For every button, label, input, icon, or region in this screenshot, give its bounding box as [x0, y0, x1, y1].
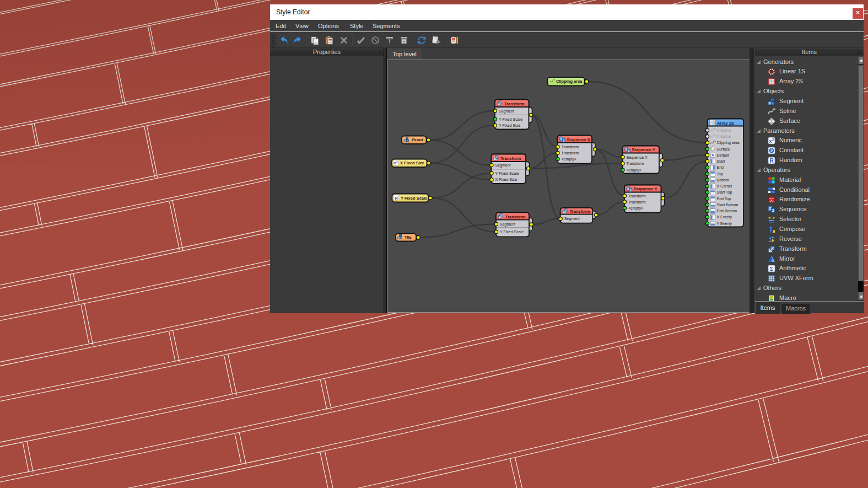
svg-text:2: 2 — [770, 148, 773, 153]
svg-text:Sequence Y: Sequence Y — [632, 147, 655, 152]
svg-text:Transform: Transform — [562, 151, 579, 155]
svg-text:Clipping area: Clipping area — [717, 141, 740, 145]
svg-text:Y Fixed Scale: Y Fixed Scale — [401, 196, 427, 201]
svg-text:X Fixed Size: X Fixed Size — [495, 178, 517, 181]
svg-text:Transform: Transform — [570, 209, 590, 214]
svg-text:Sequence X: Sequence X — [627, 155, 648, 160]
svg-text:R: R — [395, 196, 398, 201]
svg-text:Σ: Σ — [769, 266, 773, 272]
svg-text:End: End — [717, 165, 724, 169]
svg-text:2: 2 — [772, 208, 774, 212]
svg-text:2: 2 — [563, 139, 564, 142]
svg-text:R: R — [769, 158, 774, 164]
svg-text:1: 1 — [626, 148, 627, 151]
svg-text:Segment: Segment — [495, 163, 511, 168]
svg-text:Y Evenly: Y Evenly — [717, 222, 732, 226]
svg-text:Start Top: Start Top — [717, 190, 732, 195]
svg-text:Transform: Transform — [562, 145, 579, 149]
svg-text:<empty>: <empty> — [628, 206, 643, 211]
svg-text:Start: Start — [717, 159, 725, 163]
svg-text:X Corner: X Corner — [717, 184, 733, 188]
svg-text:Transform: Transform — [627, 162, 644, 165]
svg-text:Y Fixed Scale: Y Fixed Scale — [495, 171, 519, 175]
svg-text:End Bottom: End Bottom — [717, 209, 737, 213]
svg-text:Transform: Transform — [628, 200, 646, 204]
svg-text:Transform: Transform — [628, 194, 646, 198]
svg-text:1: 1 — [560, 137, 562, 141]
svg-text:<empty>: <empty> — [627, 168, 641, 173]
svg-text:Grout: Grout — [412, 137, 423, 142]
svg-text:<empty>: <empty> — [562, 157, 576, 162]
svg-text:Array 2S: Array 2S — [717, 121, 734, 126]
svg-text:Default: Default — [717, 153, 729, 157]
svg-text:X Fixed Size: X Fixed Size — [400, 160, 424, 165]
svg-text:X Evenly: X Evenly — [717, 215, 732, 219]
svg-text:Sequence Y: Sequence Y — [634, 186, 657, 191]
svg-text:1: 1 — [627, 187, 629, 190]
svg-text:Tile: Tile — [405, 235, 412, 240]
svg-text:x: x — [769, 138, 772, 144]
svg-text:Y Spline: Y Spline — [717, 135, 731, 139]
svg-text:X Spline: X Spline — [717, 128, 731, 133]
svg-text:Sequence X: Sequence X — [567, 137, 591, 142]
svg-text:Y Fixed Scale: Y Fixed Scale — [500, 230, 524, 234]
svg-text:Segment: Segment — [500, 222, 515, 227]
svg-text:Transform: Transform — [501, 156, 521, 161]
svg-text:Segment: Segment — [564, 217, 580, 221]
svg-text:Y Fixed Size: Y Fixed Size — [499, 124, 520, 127]
svg-text:Y Fixed Scale: Y Fixed Scale — [499, 117, 522, 121]
svg-text:Surface: Surface — [717, 147, 730, 151]
svg-text:End Top: End Top — [717, 197, 731, 201]
svg-text:Start Bottom: Start Bottom — [717, 203, 738, 207]
svg-text:Top: Top — [717, 172, 723, 176]
svg-text:Clipping area: Clipping area — [556, 79, 583, 84]
svg-text:Segment: Segment — [499, 109, 514, 114]
svg-text:2: 2 — [628, 149, 629, 153]
svg-text:Transform: Transform — [504, 101, 525, 106]
svg-text:2: 2 — [630, 189, 632, 192]
svg-text:x: x — [394, 161, 396, 165]
svg-text:Bottom: Bottom — [717, 178, 729, 182]
svg-text:Transform: Transform — [505, 214, 526, 219]
